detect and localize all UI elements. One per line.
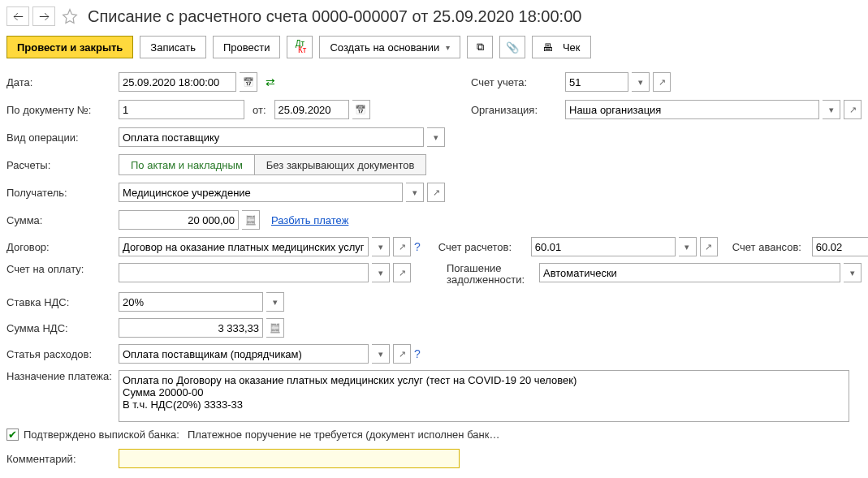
vat-rate-dropdown-button[interactable]: ▾ bbox=[266, 292, 284, 312]
page-title: Списание с расчетного счета 0000-000007 … bbox=[88, 7, 581, 26]
vat-sum-input[interactable] bbox=[119, 318, 263, 338]
expense-open-button[interactable] bbox=[393, 344, 411, 364]
vat-rate-label: Ставка НДС: bbox=[6, 296, 119, 308]
debt-dropdown-button[interactable]: ▾ bbox=[844, 263, 862, 282]
post-and-close-button[interactable]: Провести и закрыть bbox=[6, 36, 133, 58]
structure-icon: ⧉ bbox=[477, 41, 484, 54]
expense-input[interactable] bbox=[119, 344, 369, 364]
confirmed-text: Платежное поручение не требуется (докуме… bbox=[188, 428, 499, 441]
contract-help-icon[interactable]: ? bbox=[414, 240, 421, 253]
date-label: Дата: bbox=[6, 76, 119, 88]
printer-icon: 🖶 bbox=[542, 41, 553, 54]
confirmed-checkbox[interactable]: ✔ bbox=[6, 428, 19, 441]
calc-no-docs-option[interactable]: Без закрывающих документов bbox=[255, 154, 427, 175]
operation-type-dropdown-button[interactable]: ▾ bbox=[427, 127, 445, 147]
doc-date-calendar-button[interactable] bbox=[352, 100, 370, 119]
contract-dropdown-button[interactable]: ▾ bbox=[372, 237, 390, 256]
recipient-input[interactable] bbox=[119, 183, 403, 202]
recipient-label: Получатель: bbox=[6, 187, 119, 199]
sum-calc-button[interactable] bbox=[242, 210, 260, 230]
save-button[interactable]: Записать bbox=[140, 36, 206, 58]
organization-input[interactable] bbox=[565, 100, 819, 119]
expense-label: Статья расходов: bbox=[6, 348, 119, 360]
comment-input[interactable] bbox=[119, 449, 460, 468]
advance-account-input[interactable] bbox=[812, 237, 868, 256]
favorite-star-icon[interactable] bbox=[62, 8, 78, 24]
vat-rate-input[interactable] bbox=[119, 292, 263, 312]
operation-type-input[interactable] bbox=[119, 127, 424, 147]
calc-account-dropdown-button[interactable]: ▾ bbox=[679, 237, 697, 256]
purpose-label: Назначение платежа: bbox=[6, 370, 119, 382]
date-open-icon[interactable]: ⇄ bbox=[266, 75, 275, 88]
vat-sum-label: Сумма НДС: bbox=[6, 322, 119, 334]
comment-label: Комментарий: bbox=[6, 453, 119, 465]
calculations-label: Расчеты: bbox=[6, 159, 119, 171]
advance-account-label: Счет авансов: bbox=[732, 241, 812, 253]
organization-dropdown-button[interactable]: ▾ bbox=[823, 100, 840, 119]
date-input[interactable] bbox=[119, 72, 236, 92]
invoice-dropdown-button[interactable]: ▾ bbox=[372, 263, 390, 282]
doc-num-label: По документу №: bbox=[6, 104, 119, 116]
create-based-on-button[interactable]: Создать на основании bbox=[319, 36, 460, 58]
calc-account-open-button[interactable] bbox=[700, 237, 718, 256]
expense-dropdown-button[interactable]: ▾ bbox=[372, 344, 390, 364]
attachment-button[interactable]: 📎 bbox=[499, 36, 525, 58]
paperclip-icon: 📎 bbox=[506, 41, 519, 54]
expense-help-icon[interactable]: ? bbox=[414, 347, 421, 360]
invoice-label: Счет на оплату: bbox=[6, 263, 119, 275]
purpose-textarea[interactable] bbox=[119, 370, 849, 422]
debt-input[interactable] bbox=[539, 263, 840, 282]
sum-label: Сумма: bbox=[6, 214, 119, 226]
invoice-open-button[interactable] bbox=[393, 263, 411, 282]
dtkt-icon: Дт Кт bbox=[293, 41, 306, 54]
account-dropdown-button[interactable]: ▾ bbox=[632, 72, 650, 92]
contract-input[interactable] bbox=[119, 237, 369, 256]
calc-by-acts-option[interactable]: По актам и накладным bbox=[119, 154, 255, 175]
debt-label: Погашение задолженности: bbox=[447, 263, 539, 286]
calc-account-label: Счет расчетов: bbox=[438, 241, 531, 253]
doc-num-input[interactable] bbox=[119, 100, 244, 119]
account-open-button[interactable] bbox=[653, 72, 671, 92]
account-label: Счет учета: bbox=[471, 76, 565, 88]
dtkt-button[interactable]: Дт Кт bbox=[287, 36, 313, 58]
date-calendar-button[interactable] bbox=[240, 72, 257, 92]
invoice-input[interactable] bbox=[119, 263, 369, 282]
recipient-dropdown-button[interactable]: ▾ bbox=[406, 183, 424, 202]
calc-account-input[interactable] bbox=[531, 237, 676, 256]
account-input[interactable] bbox=[565, 72, 628, 92]
receipt-button[interactable]: 🖶 Чек bbox=[532, 36, 590, 58]
operation-type-label: Вид операции: bbox=[6, 131, 119, 144]
doc-date-input[interactable] bbox=[274, 100, 349, 119]
organization-label: Организация: bbox=[471, 104, 565, 116]
contract-label: Договор: bbox=[6, 241, 119, 253]
structure-button[interactable]: ⧉ bbox=[467, 36, 493, 58]
vat-sum-calc-button[interactable] bbox=[266, 318, 284, 338]
nav-back-button[interactable]: 🡠 bbox=[6, 6, 29, 26]
sum-input[interactable] bbox=[119, 210, 239, 230]
organization-open-button[interactable] bbox=[844, 100, 862, 119]
confirmed-label: Подтверждено выпиской банка: bbox=[24, 428, 179, 441]
split-payment-link[interactable]: Разбить платеж bbox=[271, 214, 348, 226]
nav-forward-button[interactable]: 🡢 bbox=[32, 6, 55, 26]
doc-from-label: от: bbox=[253, 104, 266, 116]
post-button[interactable]: Провести bbox=[213, 36, 281, 58]
recipient-open-button[interactable] bbox=[427, 183, 445, 202]
contract-open-button[interactable] bbox=[393, 237, 411, 256]
